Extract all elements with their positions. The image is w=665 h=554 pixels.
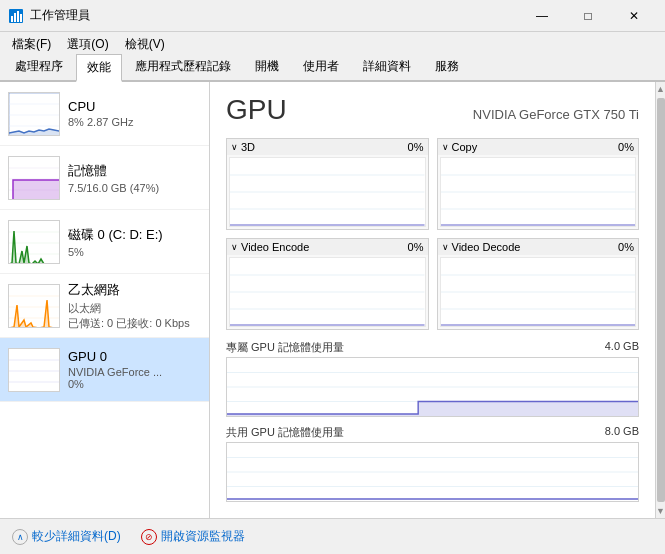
tab-details[interactable]: 詳細資料 <box>352 53 422 80</box>
chart-video-decode: ∨ Video Decode 0% <box>437 238 640 330</box>
gpu-charts-grid: ∨ 3D 0% <box>226 138 639 330</box>
chart-copy-area <box>440 157 637 227</box>
tab-apphistory[interactable]: 應用程式歷程記錄 <box>124 53 242 80</box>
svg-marker-15 <box>9 180 60 200</box>
shared-memory-header: 共用 GPU 記憶體使用量 8.0 GB <box>226 423 639 442</box>
chevron-down-icon-4: ∨ <box>442 242 449 252</box>
chart-3d-area <box>229 157 426 227</box>
right-panel: GPU NVIDIA GeForce GTX 750 Ti ∨ 3D 0% <box>210 82 655 518</box>
menu-file[interactable]: 檔案(F) <box>4 34 59 55</box>
dedicated-memory-section: 專屬 GPU 記憶體使用量 4.0 GB <box>226 338 639 417</box>
svg-rect-1 <box>11 16 13 22</box>
tab-users[interactable]: 使用者 <box>292 53 350 80</box>
scroll-up-icon[interactable]: ▲ <box>656 84 665 94</box>
sidebar-item-gpu[interactable]: GPU 0 NVIDIA GeForce ... 0% <box>0 338 209 402</box>
cpu-info: CPU 8% 2.87 GHz <box>68 99 201 128</box>
svg-rect-26 <box>9 349 60 392</box>
tab-startup[interactable]: 開機 <box>244 53 290 80</box>
dedicated-memory-header: 專屬 GPU 記憶體使用量 4.0 GB <box>226 338 639 357</box>
shared-memory-chart <box>226 442 639 502</box>
chart-3d-label: ∨ 3D <box>231 141 255 153</box>
dedicated-memory-label: 專屬 GPU 記憶體使用量 <box>226 340 344 355</box>
gpu-panel-title: GPU <box>226 94 287 126</box>
chart-video-encode-percent: 0% <box>408 241 424 253</box>
chart-video-encode-area <box>229 257 426 327</box>
chevron-down-icon-2: ∨ <box>442 142 449 152</box>
minimize-button[interactable]: — <box>519 0 565 32</box>
svg-rect-4 <box>20 14 22 22</box>
sidebar-item-memory[interactable]: 記憶體 7.5/16.0 GB (47%) <box>0 146 209 210</box>
network-info: 乙太網路 以太網 已傳送: 0 已接收: 0 Kbps <box>68 281 201 331</box>
svg-rect-2 <box>14 13 16 22</box>
maximize-button[interactable]: □ <box>565 0 611 32</box>
chevron-down-icon: ∨ <box>231 142 238 152</box>
network-detail2: 已傳送: 0 已接收: 0 Kbps <box>68 316 201 331</box>
chevron-up-icon: ∧ <box>12 529 28 545</box>
main-content: CPU 8% 2.87 GHz 記憶體 7.5/16.0 GB (47% <box>0 82 665 518</box>
chart-video-decode-label: ∨ Video Decode <box>442 241 521 253</box>
sidebar-item-cpu[interactable]: CPU 8% 2.87 GHz <box>0 82 209 146</box>
disk-thumbnail <box>8 220 60 264</box>
chart-copy: ∨ Copy 0% <box>437 138 640 230</box>
scroll-thumb[interactable] <box>657 98 665 502</box>
disk-detail: 5% <box>68 246 201 258</box>
menu-options[interactable]: 選項(O) <box>59 34 116 55</box>
window-title: 工作管理員 <box>30 7 519 24</box>
gpu-label: GPU 0 <box>68 349 201 364</box>
network-detail1: 以太網 <box>68 301 201 316</box>
gpu-panel-model: NVIDIA GeForce GTX 750 Ti <box>473 107 639 122</box>
gpu-header: GPU NVIDIA GeForce GTX 750 Ti <box>226 94 639 126</box>
chart-video-encode: ∨ Video Encode 0% <box>226 238 429 330</box>
titlebar: 工作管理員 — □ ✕ <box>0 0 665 32</box>
open-monitor-label: 開啟資源監視器 <box>161 528 245 545</box>
disk-info: 磁碟 0 (C: D: E:) 5% <box>68 226 201 258</box>
network-label: 乙太網路 <box>68 281 201 299</box>
chart-copy-header: ∨ Copy 0% <box>438 139 639 155</box>
scrollbar[interactable]: ▲ ▼ <box>655 82 665 518</box>
gpu-detail2: 0% <box>68 378 201 390</box>
tabbar: 處理程序 效能 應用程式歷程記錄 開機 使用者 詳細資料 服務 <box>0 56 665 82</box>
open-monitor-link[interactable]: ⊘ 開啟資源監視器 <box>141 528 245 545</box>
cpu-label: CPU <box>68 99 201 114</box>
chart-3d: ∨ 3D 0% <box>226 138 429 230</box>
memory-label: 記憶體 <box>68 162 201 180</box>
memory-info: 記憶體 7.5/16.0 GB (47%) <box>68 162 201 194</box>
memory-detail: 7.5/16.0 GB (47%) <box>68 182 201 194</box>
cpu-thumbnail <box>8 92 60 136</box>
shared-memory-section: 共用 GPU 記憶體使用量 8.0 GB <box>226 423 639 502</box>
chart-3d-percent: 0% <box>408 141 424 153</box>
chart-copy-label: ∨ Copy <box>442 141 478 153</box>
tab-processes[interactable]: 處理程序 <box>4 53 74 80</box>
chart-video-decode-header: ∨ Video Decode 0% <box>438 239 639 255</box>
disk-label: 磁碟 0 (C: D: E:) <box>68 226 201 244</box>
memory-thumbnail <box>8 156 60 200</box>
gpu-detail1: NVIDIA GeForce ... <box>68 366 201 378</box>
dedicated-memory-chart <box>226 357 639 417</box>
menu-view[interactable]: 檢視(V) <box>117 34 173 55</box>
chart-video-encode-label: ∨ Video Encode <box>231 241 309 253</box>
shared-memory-max: 8.0 GB <box>605 425 639 440</box>
sidebar-item-network[interactable]: 乙太網路 以太網 已傳送: 0 已接收: 0 Kbps <box>0 274 209 338</box>
svg-rect-16 <box>9 221 60 264</box>
scroll-down-icon[interactable]: ▼ <box>656 506 665 516</box>
window-controls: — □ ✕ <box>519 0 657 32</box>
sidebar-item-disk[interactable]: 磁碟 0 (C: D: E:) 5% <box>0 210 209 274</box>
tab-services[interactable]: 服務 <box>424 53 470 80</box>
app-icon <box>8 8 24 24</box>
network-thumbnail <box>8 284 60 328</box>
less-detail-label: 較少詳細資料(D) <box>32 528 121 545</box>
sidebar: CPU 8% 2.87 GHz 記憶體 7.5/16.0 GB (47% <box>0 82 210 518</box>
less-detail-link[interactable]: ∧ 較少詳細資料(D) <box>12 528 121 545</box>
chart-copy-percent: 0% <box>618 141 634 153</box>
shared-memory-label: 共用 GPU 記憶體使用量 <box>226 425 344 440</box>
close-button[interactable]: ✕ <box>611 0 657 32</box>
monitor-icon: ⊘ <box>141 529 157 545</box>
gpu-thumbnail <box>8 348 60 392</box>
chart-3d-header: ∨ 3D 0% <box>227 139 428 155</box>
gpu-info: GPU 0 NVIDIA GeForce ... 0% <box>68 349 201 390</box>
chart-video-decode-area <box>440 257 637 327</box>
tab-performance[interactable]: 效能 <box>76 54 122 82</box>
chevron-down-icon-3: ∨ <box>231 242 238 252</box>
chart-video-decode-percent: 0% <box>618 241 634 253</box>
svg-rect-3 <box>17 11 19 22</box>
